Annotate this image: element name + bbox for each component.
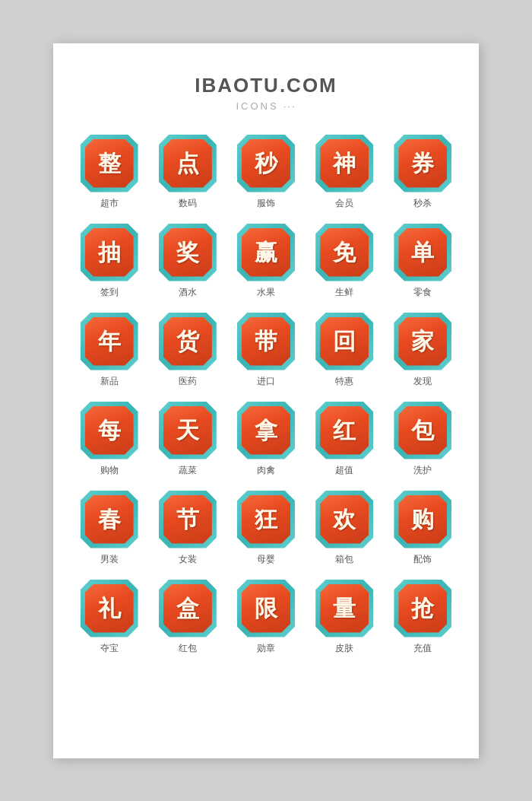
icon-char: 量	[333, 597, 356, 620]
icon-label: 红包	[179, 642, 197, 655]
icon-char: 家	[411, 330, 434, 353]
icon-char: 礼	[98, 597, 121, 620]
icon-item: 欢箱包	[312, 491, 378, 566]
icon-label: 超值	[335, 464, 353, 477]
main-page: IBAOTU.COM ICONS ··· 整超市点数码秒服饰神会员券秒杀抽签到奖…	[53, 43, 479, 758]
icon-char: 节	[176, 508, 199, 531]
icon-label: 肉禽	[257, 464, 275, 477]
icon-label: 签到	[100, 286, 119, 299]
icon-item: 购配饰	[390, 491, 456, 566]
icon-label: 进口	[257, 375, 275, 388]
icon-char: 赢	[255, 241, 277, 264]
icon-button[interactable]: 红	[315, 402, 373, 459]
icon-char: 狂	[255, 508, 277, 531]
icon-char: 拿	[255, 419, 277, 442]
icon-char: 春	[98, 508, 121, 531]
icon-button[interactable]: 限	[237, 580, 295, 637]
icon-item: 盒红包	[154, 580, 220, 655]
icon-item: 神会员	[312, 135, 378, 210]
icon-item: 奖酒水	[154, 224, 220, 299]
icon-button[interactable]: 货	[159, 313, 217, 370]
icon-label: 箱包	[335, 553, 353, 566]
icon-item: 每购物	[76, 402, 142, 477]
icon-label: 充值	[413, 642, 432, 655]
icon-button[interactable]: 春	[81, 491, 138, 548]
icon-button[interactable]: 年	[81, 313, 138, 370]
icon-button[interactable]: 节	[159, 491, 217, 548]
icon-button[interactable]: 抽	[81, 224, 138, 281]
icon-label: 皮肤	[335, 642, 353, 655]
icon-button[interactable]: 神	[315, 135, 373, 192]
icon-button[interactable]: 购	[394, 491, 451, 548]
icon-char: 每	[98, 419, 121, 442]
icon-button[interactable]: 赢	[237, 224, 295, 281]
icon-label: 医药	[179, 375, 197, 388]
icon-char: 包	[411, 419, 434, 442]
icon-button[interactable]: 回	[315, 313, 373, 370]
icon-label: 女装	[179, 553, 197, 566]
icon-label: 酒水	[179, 286, 197, 299]
icon-button[interactable]: 点	[159, 135, 217, 192]
icon-item: 狂母婴	[233, 491, 299, 566]
icon-button[interactable]: 家	[394, 313, 451, 370]
icon-char: 年	[98, 330, 121, 353]
icon-item: 赢水果	[233, 224, 299, 299]
icon-char: 秒	[255, 152, 277, 175]
icon-button[interactable]: 狂	[237, 491, 295, 548]
icon-item: 包洗护	[390, 402, 456, 477]
icon-char: 抢	[411, 597, 434, 620]
icon-item: 整超市	[76, 135, 142, 210]
icon-char: 神	[333, 152, 356, 175]
icon-item: 券秒杀	[390, 135, 456, 210]
icon-item: 带进口	[233, 313, 299, 388]
icon-button[interactable]: 盒	[159, 580, 217, 637]
icon-button[interactable]: 整	[81, 135, 138, 192]
icon-item: 春男装	[76, 491, 142, 566]
icon-label: 秒杀	[413, 197, 432, 210]
icon-label: 水果	[257, 286, 275, 299]
icon-char: 货	[176, 330, 199, 353]
icon-char: 盒	[176, 597, 199, 620]
icon-button[interactable]: 免	[315, 224, 373, 281]
icon-label: 服饰	[257, 197, 275, 210]
icon-item: 点数码	[154, 135, 220, 210]
icon-button[interactable]: 量	[315, 580, 373, 637]
icon-item: 货医药	[154, 313, 220, 388]
icon-label: 购物	[100, 464, 119, 477]
icon-label: 数码	[179, 197, 197, 210]
icon-label: 母婴	[257, 553, 275, 566]
icon-item: 拿肉禽	[233, 402, 299, 477]
icon-button[interactable]: 秒	[237, 135, 295, 192]
icon-button[interactable]: 单	[394, 224, 451, 281]
icon-button[interactable]: 礼	[81, 580, 138, 637]
icon-button[interactable]: 欢	[315, 491, 373, 548]
icon-char: 点	[176, 152, 199, 175]
icon-label: 零食	[413, 286, 432, 299]
icon-item: 限勋章	[233, 580, 299, 655]
icon-char: 限	[255, 597, 277, 620]
icon-item: 回特惠	[312, 313, 378, 388]
icon-button[interactable]: 每	[81, 402, 138, 459]
icon-item: 秒服饰	[233, 135, 299, 210]
icon-label: 勋章	[257, 642, 275, 655]
icon-char: 奖	[176, 241, 199, 264]
icon-char: 欢	[333, 508, 356, 531]
icon-label: 生鲜	[335, 286, 353, 299]
icon-button[interactable]: 拿	[237, 402, 295, 459]
icon-char: 回	[333, 330, 356, 353]
icon-button[interactable]: 带	[237, 313, 295, 370]
icon-label: 洗护	[413, 464, 432, 477]
icon-item: 免生鲜	[312, 224, 378, 299]
icon-char: 天	[176, 419, 199, 442]
icon-label: 发现	[413, 375, 432, 388]
icon-button[interactable]: 奖	[159, 224, 217, 281]
icon-item: 红超值	[312, 402, 378, 477]
icon-button[interactable]: 抢	[394, 580, 451, 637]
icon-item: 抢充值	[390, 580, 456, 655]
icon-button[interactable]: 天	[159, 402, 217, 459]
icon-button[interactable]: 包	[394, 402, 451, 459]
icon-item: 礼夺宝	[76, 580, 142, 655]
icon-button[interactable]: 券	[394, 135, 451, 192]
subtitle-row: ICONS ···	[236, 100, 296, 112]
icon-label: 蔬菜	[179, 464, 197, 477]
